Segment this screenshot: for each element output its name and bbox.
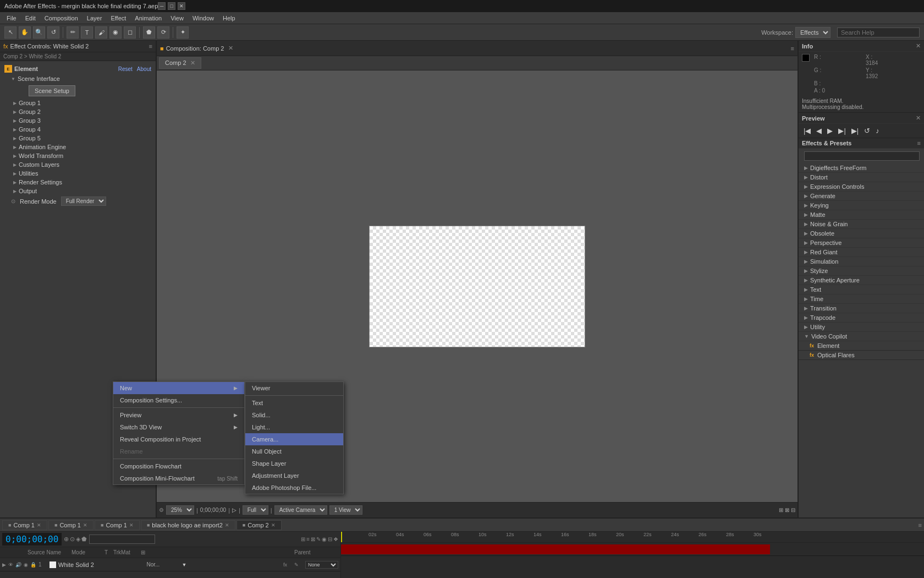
ctx-reveal-comp[interactable]: Reveal Composition in Project — [113, 433, 244, 445]
ctx-sub-photoshop[interactable]: Adobe Photoshop File... — [245, 482, 343, 494]
ctx-sub-shape[interactable]: Shape Layer — [245, 457, 343, 470]
ctx-comp-settings[interactable]: Composition Settings... — [113, 394, 244, 406]
ctx-sep-2 — [113, 459, 244, 459]
ctx-sub-text[interactable]: Text — [245, 397, 343, 409]
ctx-switch-3d[interactable]: Switch 3D View ▶ — [113, 421, 244, 433]
ctx-sub-null[interactable]: Null Object — [245, 445, 343, 457]
ctx-sub-sep-1 — [245, 395, 343, 396]
ctx-new[interactable]: New ▶ — [113, 382, 244, 394]
ctx-sub-adjustment[interactable]: Adjustment Layer — [245, 470, 343, 482]
ctx-sub-camera[interactable]: Camera... — [245, 433, 343, 445]
ctx-mini-flowchart[interactable]: Composition Mini-Flowchart tap Shift — [113, 472, 244, 484]
ctx-sep-1 — [113, 407, 244, 408]
ctx-sub-light[interactable]: Light... — [245, 421, 343, 433]
context-menu-sub[interactable]: Viewer Text Solid... Light... Camera... … — [245, 381, 344, 494]
ctx-flowchart[interactable]: Composition Flowchart — [113, 460, 244, 472]
context-menu-overlay[interactable]: New ▶ Composition Settings... Preview ▶ … — [0, 0, 924, 578]
ctx-sub-viewer[interactable]: Viewer — [245, 382, 343, 394]
ctx-sub-solid[interactable]: Solid... — [245, 409, 343, 421]
ctx-rename: Rename — [113, 445, 244, 457]
context-menu-main[interactable]: New ▶ Composition Settings... Preview ▶ … — [113, 381, 245, 485]
ctx-preview[interactable]: Preview ▶ — [113, 409, 244, 421]
